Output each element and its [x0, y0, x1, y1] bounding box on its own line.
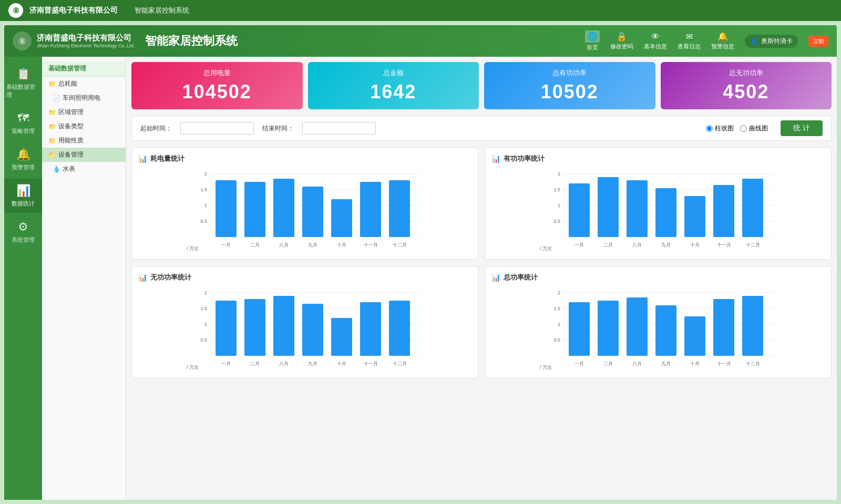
stat-button[interactable]: 统 计 [781, 120, 823, 136]
svg-text:1.5: 1.5 [200, 306, 207, 311]
start-time-input[interactable] [180, 122, 254, 135]
sidebar-stats-label: 数据统计 [12, 200, 35, 208]
svg-rect-81 [569, 302, 590, 356]
sidebar-warning-label: 预警管理 [12, 163, 35, 171]
sidebar-item-strategy[interactable]: 🗺 策略管理 [4, 106, 42, 140]
header-nav: 🌐 首页 🔒 修改密码 👁 基本信息 ✉ 查看日志 🔔 预警信息 👤 奥斯 [585, 30, 828, 52]
svg-text:2: 2 [558, 290, 560, 295]
svg-rect-87 [742, 296, 763, 356]
svg-rect-12 [302, 187, 323, 237]
end-time-input[interactable] [302, 122, 376, 135]
app-header: ⑧ 济南普盛电子科技有限公司 JiNan PuSheng Electronic … [4, 25, 837, 57]
svg-text:0.5: 0.5 [553, 219, 560, 224]
tree-panel: 基础数据管理 📁 总耗能 📄 车间照明用电 📁 区域管理 📁 设备类型 [42, 57, 126, 500]
tree-item-substation[interactable]: 📄 车间照明用电 [42, 91, 126, 105]
tree-water-label: 水表 [63, 164, 75, 173]
mail-icon: ✉ [686, 32, 693, 42]
nav-log[interactable]: ✉ 查看日志 [678, 32, 701, 50]
svg-text:0.5: 0.5 [553, 337, 560, 343]
svg-text:十二月: 十二月 [393, 361, 407, 366]
stat-electricity-label: 总用电量 [203, 68, 231, 78]
radio-bar[interactable]: 柱状图 [706, 124, 734, 133]
charts-grid: 📊 耗电量统计 2 [131, 147, 832, 378]
nav-password[interactable]: 🔒 修改密码 [610, 32, 633, 50]
sidebar-item-warning[interactable]: 🔔 预警管理 [4, 142, 42, 177]
svg-rect-35 [627, 180, 648, 237]
svg-rect-15 [389, 180, 410, 237]
stat-card-active-power: 总有功功率 10502 [484, 62, 655, 109]
svg-text:1.5: 1.5 [553, 306, 560, 311]
tree-item-region[interactable]: 📁 区域管理 [42, 105, 126, 119]
tree-item-water[interactable]: 💧 水表 [42, 162, 126, 176]
gear-icon: ⚙ [18, 220, 28, 234]
sidebar-item-system[interactable]: ⚙ 系统管理 [4, 215, 42, 249]
tree-item-usage[interactable]: 📁 用能性质 [42, 133, 126, 148]
svg-text:十月: 十月 [690, 242, 700, 248]
svg-text:十月: 十月 [690, 361, 700, 366]
end-time-label: 结束时间： [262, 124, 294, 133]
svg-rect-34 [598, 177, 619, 237]
svg-text:2: 2 [204, 171, 207, 177]
tree-item-device-mgmt[interactable]: 📁 设备管理 [42, 148, 126, 162]
browser-bar: ⑧ 济南普盛电子科技有限公司 智能家居控制系统 [0, 0, 841, 21]
svg-text:八月: 八月 [279, 242, 289, 248]
username: 奥斯特滴卡 [761, 37, 793, 46]
radio-line-label: 曲线图 [749, 124, 768, 133]
radio-bar-input[interactable] [706, 125, 713, 132]
svg-text:十二月: 十二月 [746, 242, 760, 248]
content-area: 基础数据管理 📁 总耗能 📄 车间照明用电 📁 区域管理 📁 设备类型 [42, 57, 837, 500]
sidebar-item-base-data[interactable]: 📋 基础数据管理 [4, 62, 42, 104]
water-icon: 💧 [53, 166, 60, 173]
nav-alert-label: 预警信息 [711, 43, 734, 50]
nav-alert[interactable]: 🔔 预警信息 [711, 32, 734, 50]
chart-electricity-title: 📊 耗电量统计 [138, 154, 471, 163]
logout-button[interactable]: 注销 [808, 36, 828, 47]
svg-text:十一月: 十一月 [717, 242, 731, 248]
tree-device-mgmt-label: 设备管理 [58, 150, 84, 159]
svg-text:十一月: 十一月 [364, 242, 378, 248]
chart-electricity-area: 2 1.5 1 0.5 [138, 169, 471, 253]
layers-icon: 📋 [16, 67, 30, 81]
svg-text:九月: 九月 [308, 361, 317, 366]
company-name-main: 济南普盛电子科技有限公司 [37, 33, 135, 43]
svg-rect-62 [360, 302, 381, 356]
chart-total-title-text: 总功率统计 [504, 273, 538, 282]
stats-row: 总用电量 104502 总金额 1642 总有功功率 10502 总无功功率 4… [131, 62, 832, 109]
tree-substation-label: 车间照明用电 [63, 94, 100, 102]
nav-password-label: 修改密码 [610, 43, 633, 50]
svg-rect-86 [713, 299, 734, 356]
nav-home[interactable]: 🌐 首页 [585, 30, 600, 52]
svg-text:十二月: 十二月 [393, 242, 407, 248]
svg-text:二月: 二月 [250, 361, 260, 366]
svg-text:九月: 九月 [661, 361, 671, 366]
radio-line[interactable]: 曲线图 [740, 124, 768, 133]
region-icon: 📁 [48, 109, 56, 116]
svg-rect-37 [684, 196, 705, 237]
tree-item-root[interactable]: 📁 总耗能 [42, 77, 126, 91]
svg-rect-61 [331, 318, 352, 356]
sidebar-system-label: 系统管理 [12, 236, 35, 244]
radio-line-input[interactable] [740, 125, 747, 132]
svg-rect-58 [244, 299, 265, 356]
main-layout: 📋 基础数据管理 🗺 策略管理 🔔 预警管理 📊 数据统计 ⚙ 系统管理 [4, 57, 837, 500]
user-avatar: 👤 [750, 37, 758, 45]
svg-text:一月: 一月 [575, 361, 584, 366]
svg-text:1: 1 [204, 203, 207, 208]
svg-rect-57 [216, 301, 237, 356]
map-icon: 🗺 [17, 111, 29, 125]
home-icon: 🌐 [585, 30, 600, 43]
stat-card-amount: 总金额 1642 [308, 62, 479, 109]
chart-active-icon: 📊 [491, 155, 500, 163]
svg-text:二月: 二月 [603, 361, 613, 366]
header-user: 👤 奥斯特滴卡 [745, 35, 798, 48]
tree-root-label: 总耗能 [58, 79, 77, 88]
chart-reactive-area: 2 1.5 1 0.5 一月 [138, 287, 471, 372]
sidebar-item-stats[interactable]: 📊 数据统计 [4, 179, 42, 213]
svg-text:1.5: 1.5 [200, 187, 207, 192]
svg-text:八月: 八月 [632, 361, 642, 366]
tree-item-device-type[interactable]: 📁 设备类型 [42, 119, 126, 133]
tree-device-type-label: 设备类型 [58, 122, 84, 131]
svg-text:一月: 一月 [221, 361, 231, 366]
svg-text:十一月: 十一月 [364, 361, 378, 366]
nav-info[interactable]: 👁 基本信息 [644, 32, 667, 50]
